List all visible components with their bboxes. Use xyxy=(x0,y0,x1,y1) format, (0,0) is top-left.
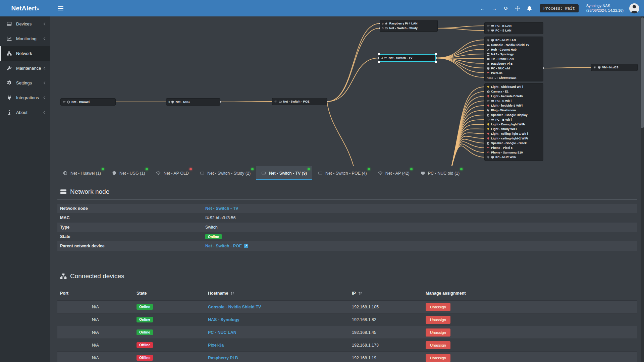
device-label: Light - ceiling-light-1 WiFi xyxy=(491,132,528,135)
topo-device-light-dining-light-wifi[interactable]: Light - Dining light WiFi xyxy=(485,122,543,127)
topo-device-pc-nuc-old[interactable]: PC - NUC old xyxy=(485,66,543,71)
tab-net-switch-study-2[interactable]: Net - Switch - Study (2) xyxy=(194,166,256,180)
sidebar-item-integrations[interactable]: Integrations xyxy=(0,90,50,105)
tab-label: Net - AP (42) xyxy=(385,171,410,176)
topo-node-pc-lan-cluster[interactable]: PC - B LANPC - S LAN xyxy=(485,22,543,34)
topo-device-light-study-wifi[interactable]: Light - Study WiFi xyxy=(485,127,543,131)
topo-device-camera-e1[interactable]: Camera - E1 xyxy=(485,89,543,94)
tab-net-usg-1[interactable]: Net - USG (1) xyxy=(106,166,150,180)
topo-node-net-huawei[interactable]: Net - Huawei xyxy=(61,99,115,105)
topo-device-light-ceiling-light-2-wifi[interactable]: Light - ceiling-light-2 WiFi xyxy=(485,136,543,141)
speaker-icon xyxy=(487,142,490,145)
tab-net-huawei-1[interactable]: Net - Huawei (1) xyxy=(57,166,106,180)
topo-device-pc-b-wifi[interactable]: PC - B WiFi xyxy=(485,117,543,122)
selection-handle[interactable] xyxy=(378,61,380,63)
nav-back-icon[interactable]: ← xyxy=(480,5,486,11)
hostname-link[interactable]: PC - NUC LAN xyxy=(208,330,236,335)
sort-icon[interactable] xyxy=(358,292,362,295)
selection-handle[interactable] xyxy=(435,61,437,63)
topo-device-chromecast[interactable]: NoneChromecast xyxy=(485,75,543,80)
port-value: N/A xyxy=(57,356,134,360)
hostname-link[interactable]: NAS - Synology xyxy=(208,317,239,322)
topo-device-light-ceiling-light-1-wifi[interactable]: Light - ceiling-light-1 WiFi xyxy=(485,131,543,136)
wifi-icon xyxy=(156,171,161,175)
sidebar-item-monitoring[interactable]: Monitoring xyxy=(0,31,50,46)
topo-node-wifi-devices-cluster[interactable]: Light - Sideboard WiFiCamera - E1Light -… xyxy=(485,83,543,161)
chevron-left-icon xyxy=(44,111,47,114)
sidebar-item-about[interactable]: About xyxy=(0,105,50,120)
topo-device-pc-nuc-wifi[interactable]: PC - NUC WiFi xyxy=(485,155,543,160)
tab-pc-nuc-old-1[interactable]: PC - NUC old (1) xyxy=(415,166,465,180)
topo-device-tv-frame-lan[interactable]: TV - Frame LAN xyxy=(485,57,543,61)
topo-node-net-usg[interactable]: 3Net - USG xyxy=(166,99,220,105)
unassign-button[interactable]: Unassign xyxy=(426,316,450,324)
menu-toggle-icon[interactable] xyxy=(58,6,63,10)
topo-device-hub-cygnet-hub[interactable]: Hub - Cygnet Hub xyxy=(485,47,543,52)
scrollbar-thumb[interactable] xyxy=(641,17,644,128)
topo-device-nas-synology[interactable]: NAS - Synology xyxy=(485,52,543,57)
tab-label: Net - Huawei (1) xyxy=(70,171,101,176)
topo-device-pc-b-lan[interactable]: PC - B LAN xyxy=(485,23,543,28)
topo-device-net-usg[interactable]: 3Net - USG xyxy=(166,100,220,104)
sidebar-item-maintenance[interactable]: Maintenance xyxy=(0,61,50,75)
process-status-badge: Process: Wait xyxy=(540,4,579,12)
topo-node-net-switch-poe[interactable]: Net - Switch - POE xyxy=(272,98,327,105)
selection-handle[interactable] xyxy=(378,53,380,55)
avatar[interactable] xyxy=(629,3,639,13)
page-scrollbar[interactable] xyxy=(641,16,644,362)
topo-device-light-bedside-s-wifi[interactable]: Light - bedside S WiFi xyxy=(485,103,543,108)
bell-icon[interactable] xyxy=(527,6,533,11)
hostname-link[interactable]: Pixel-3a xyxy=(208,343,224,348)
topo-node-pi-study-cluster[interactable]: 5Raspberry Pi 4 LAN3Net - Switch - Study xyxy=(380,20,437,32)
tab-net-switch-tv-9[interactable]: Net - Switch - TV (9) xyxy=(256,166,312,180)
unassign-button[interactable]: Unassign xyxy=(426,354,450,362)
pc-icon xyxy=(491,39,494,42)
sidebar-item-devices[interactable]: Devices xyxy=(0,16,50,31)
device-label: Net - USG xyxy=(175,100,190,104)
refresh-icon[interactable]: ⟳ xyxy=(503,5,509,11)
sidebar-item-settings[interactable]: Settings xyxy=(0,75,50,90)
topo-device-light-sideboard-wifi[interactable]: Light - Sideboard WiFi xyxy=(485,84,543,89)
topo-device-net-switch-study[interactable]: 3Net - Switch - Study xyxy=(380,26,437,31)
parent-node-link[interactable]: Net - Switch - POE xyxy=(205,244,242,248)
topo-device-speaker-google-display[interactable]: Speaker - Google Display xyxy=(485,113,543,117)
topo-device-phone-pixel-6[interactable]: Phone - Pixel 6 xyxy=(485,145,543,150)
topo-device-net-switch-tv[interactable]: 4Net - Switch - TV xyxy=(379,56,435,60)
unassign-button[interactable]: Unassign xyxy=(426,328,450,337)
topo-device-speaker-google-black[interactable]: Speaker - Google - Black xyxy=(485,141,543,145)
node-link[interactable]: Net - Switch - TV xyxy=(205,206,238,211)
app-logo[interactable]: NetAlertx xyxy=(0,0,50,16)
sort-icon[interactable] xyxy=(230,292,234,295)
topo-device-raspberry-pi-4-lan[interactable]: 5Raspberry Pi 4 LAN xyxy=(380,21,437,26)
topo-device-pc-s-lan[interactable]: PC - S LAN xyxy=(485,28,543,33)
sidebar-item-network[interactable]: Network xyxy=(0,46,50,61)
tab-net-ap-old[interactable]: Net - AP OLD xyxy=(150,166,194,180)
column-label: Hostname xyxy=(208,291,228,296)
hostname-link[interactable]: Console - Nvidia Shield TV xyxy=(208,305,261,309)
hostname-link[interactable]: Raspberry Pi B xyxy=(208,356,238,360)
tab-net-switch-poe-4[interactable]: Net - Switch - POE (4) xyxy=(312,166,372,180)
unassign-button[interactable]: Unassign xyxy=(426,303,450,311)
topo-device-net-huawei[interactable]: Net - Huawei xyxy=(61,100,115,104)
selection-handle[interactable] xyxy=(435,53,437,55)
topo-device-light-bedside-b-wifi[interactable]: Light - bedside B WiFi xyxy=(485,94,543,99)
topo-device-phone-samsung-s10[interactable]: Phone - Samsung S10 xyxy=(485,150,543,155)
pan-move-icon[interactable] xyxy=(515,6,521,11)
topo-device-plug-washroom[interactable]: Plug - Washroom xyxy=(485,108,543,113)
topo-device-net-switch-poe[interactable]: Net - Switch - POE xyxy=(272,99,327,104)
topo-device-pc-nuc-lan[interactable]: PC - NUC LAN xyxy=(485,38,543,43)
topo-node-net-switch-tv[interactable]: 4Net - Switch - TV xyxy=(379,54,436,62)
topo-device-vm-nixos[interactable]: VM - NixOS xyxy=(591,65,637,70)
tab-net-ap-42[interactable]: Net - AP (42) xyxy=(372,166,415,180)
topo-node-tv-devices-cluster[interactable]: PC - NUC LANConsole - Nvidia Shield TVHu… xyxy=(485,37,543,81)
sidebar-item-label: Network xyxy=(16,51,32,56)
unassign-button[interactable]: Unassign xyxy=(426,341,450,349)
network-topology-canvas[interactable]: Net - Huawei3Net - USGNet - Switch - POE… xyxy=(50,16,644,166)
external-link-icon[interactable] xyxy=(244,244,248,248)
topo-device-raspberry-pi-b[interactable]: Raspberry Pi B xyxy=(485,61,543,66)
topo-node-vm-nixos[interactable]: VM - NixOS xyxy=(591,64,637,71)
nav-forward-icon[interactable]: → xyxy=(491,5,497,11)
topo-device-pc-s-wifi[interactable]: PC - S WiFi xyxy=(485,99,543,103)
topo-device-console-nvidia-shield-tv[interactable]: Console - Nvidia Shield TV xyxy=(485,43,543,47)
topo-device-pixel-3a[interactable]: Pixel-3a xyxy=(485,71,543,75)
